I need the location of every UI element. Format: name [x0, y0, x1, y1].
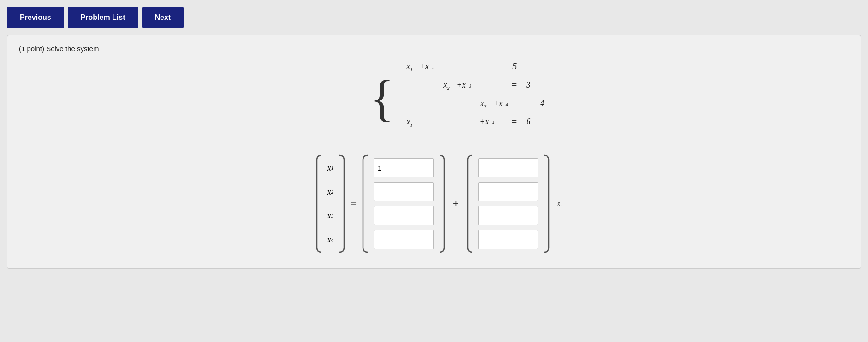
- equation-row-4: x1 +x 4 = 6: [399, 117, 545, 135]
- equation-row-3: x3 +x 4 = 4: [399, 99, 545, 116]
- left-bracket-open: [315, 153, 323, 254]
- plus-operator: +: [451, 198, 461, 210]
- var-x2: x2: [327, 182, 334, 201]
- first-matrix-inputs: [371, 153, 436, 254]
- input-m2-r4[interactable]: [478, 230, 538, 249]
- matrix1-left-bracket: [361, 153, 369, 254]
- problem-list-button[interactable]: Problem List: [68, 7, 138, 28]
- variable-vector-cells: x1 x2 x3 x4: [325, 153, 336, 254]
- first-input-matrix: [361, 153, 446, 254]
- problem-container: (1 point) Solve the system { x1 +x 2 = 5: [7, 35, 861, 269]
- var-x4: x4: [327, 230, 334, 249]
- input-m1-r2[interactable]: [374, 182, 434, 201]
- matrix2-right-bracket: [542, 153, 551, 254]
- previous-button[interactable]: Previous: [7, 7, 64, 28]
- equation-row-1: x1 +x 2 = 5: [399, 62, 545, 79]
- input-m1-r4[interactable]: [374, 230, 434, 249]
- problem-header: (1 point) Solve the system: [19, 45, 849, 53]
- second-matrix-inputs: [476, 153, 541, 254]
- var-x3: x3: [327, 206, 334, 225]
- input-m1-r3[interactable]: [374, 206, 434, 225]
- matrix1-right-bracket: [438, 153, 446, 254]
- navigation-bar: Previous Problem List Next: [7, 7, 861, 28]
- input-m2-r1[interactable]: [478, 158, 538, 177]
- matrix2-left-bracket: [466, 153, 474, 254]
- second-input-matrix: [466, 153, 551, 254]
- left-bracket-close: [338, 153, 346, 254]
- solution-area: x1 x2 x3 x4 =: [315, 153, 563, 254]
- next-button[interactable]: Next: [142, 7, 184, 28]
- equation-row-2: x2 +x 3 = 3: [399, 80, 545, 98]
- equals-operator: =: [351, 198, 357, 210]
- input-m1-r1[interactable]: [374, 158, 434, 177]
- input-m2-r3[interactable]: [478, 206, 538, 225]
- input-m2-r2[interactable]: [478, 182, 538, 201]
- system-of-equations: { x1 +x 2 = 5 x2 +x: [370, 62, 544, 135]
- parameter-label: s.: [557, 199, 563, 209]
- var-x1: x1: [327, 158, 334, 177]
- left-brace: {: [370, 73, 394, 124]
- equations-list: x1 +x 2 = 5 x2 +x 3 = 3: [399, 62, 545, 135]
- content-area: { x1 +x 2 = 5 x2 +x: [19, 62, 849, 254]
- variable-vector: x1 x2 x3 x4: [315, 153, 346, 254]
